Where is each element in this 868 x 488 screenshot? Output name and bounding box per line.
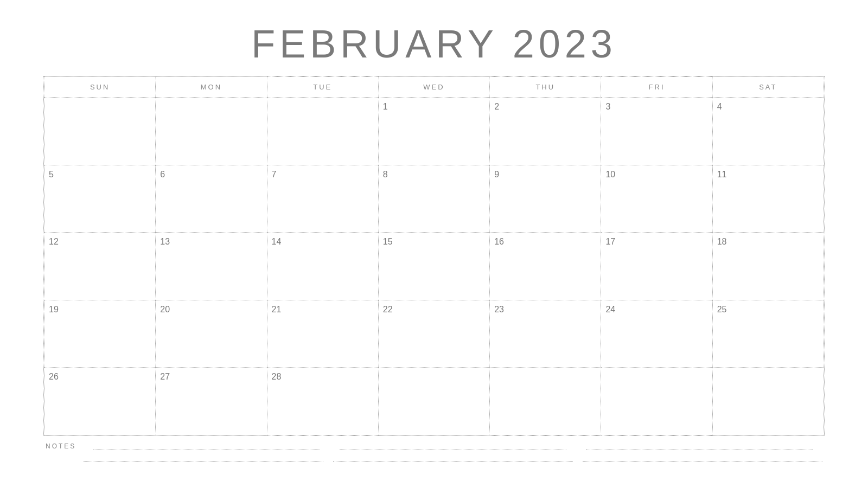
- day-cell-4-1: 19: [44, 300, 156, 368]
- day-number: 2: [494, 102, 499, 111]
- day-number: 24: [605, 305, 615, 314]
- day-number: 3: [605, 102, 610, 111]
- week-row-1: 1234: [44, 98, 824, 165]
- notes-row-1: NOTES: [46, 442, 822, 450]
- day-cell-3-1: 12: [44, 233, 156, 300]
- notes-line-4: [84, 454, 323, 462]
- day-number: 25: [717, 305, 727, 314]
- day-cell-4-7: 25: [712, 300, 824, 368]
- notes-line-6: [583, 454, 822, 462]
- notes-line-3: [586, 442, 813, 450]
- header-thu: THU: [490, 77, 601, 98]
- day-cell-1-7: 4: [712, 98, 824, 165]
- day-cell-1-6: 3: [601, 98, 712, 165]
- day-cell-1-1: [44, 98, 156, 165]
- day-cell-5-1: 26: [44, 368, 156, 435]
- day-cell-4-2: 20: [156, 300, 267, 368]
- day-number: 16: [494, 237, 504, 246]
- notes-line-5: [333, 454, 573, 462]
- day-number: 17: [605, 237, 615, 246]
- day-cell-4-6: 24: [601, 300, 712, 368]
- day-cell-3-7: 18: [712, 233, 824, 300]
- calendar-title: FEBRUARY 2023: [43, 22, 825, 66]
- header-tue: TUE: [267, 77, 378, 98]
- day-number: 11: [717, 170, 727, 179]
- header-sat: SAT: [712, 77, 824, 98]
- day-cell-2-2: 6: [156, 165, 267, 233]
- day-number: 22: [383, 305, 393, 314]
- day-number: 7: [272, 170, 277, 179]
- day-cell-3-3: 14: [267, 233, 378, 300]
- day-number: 14: [272, 237, 282, 246]
- day-cell-4-4: 22: [378, 300, 489, 368]
- day-number: 13: [160, 237, 170, 246]
- week-row-4: 19202122232425: [44, 300, 824, 368]
- header-sun: SUN: [44, 77, 156, 98]
- week-row-3: 12131415161718: [44, 233, 824, 300]
- day-cell-5-7: [712, 368, 824, 435]
- day-number: 18: [717, 237, 727, 246]
- calendar-page: FEBRUARY 2023 SUNMONTUEWEDTHUFRISAT 1234…: [22, 11, 846, 477]
- header-row: SUNMONTUEWEDTHUFRISAT: [44, 77, 824, 98]
- week-row-5: 262728: [44, 368, 824, 435]
- calendar-grid: SUNMONTUEWEDTHUFRISAT 123456789101112131…: [43, 76, 825, 436]
- day-cell-2-6: 10: [601, 165, 712, 233]
- day-number: 12: [49, 237, 59, 246]
- week-row-2: 567891011: [44, 165, 824, 233]
- day-cell-5-2: 27: [156, 368, 267, 435]
- day-cell-5-3: 28: [267, 368, 378, 435]
- day-cell-3-6: 17: [601, 233, 712, 300]
- day-cell-2-4: 8: [378, 165, 489, 233]
- day-number: 6: [160, 170, 165, 179]
- notes-line-1: [93, 442, 320, 450]
- notes-row-2: [46, 454, 822, 462]
- day-cell-5-4: [378, 368, 489, 435]
- day-cell-3-5: 16: [490, 233, 601, 300]
- day-cell-2-7: 11: [712, 165, 824, 233]
- day-cell-2-3: 7: [267, 165, 378, 233]
- day-cell-2-5: 9: [490, 165, 601, 233]
- day-cell-1-3: [267, 98, 378, 165]
- day-cell-1-2: [156, 98, 267, 165]
- day-cell-2-1: 5: [44, 165, 156, 233]
- day-number: 1: [383, 102, 388, 111]
- calendar-table: SUNMONTUEWEDTHUFRISAT 123456789101112131…: [44, 76, 824, 435]
- day-cell-5-5: [490, 368, 601, 435]
- day-number: 27: [160, 372, 170, 381]
- day-number: 4: [717, 102, 722, 111]
- day-number: 8: [383, 170, 388, 179]
- day-cell-4-3: 21: [267, 300, 378, 368]
- day-cell-3-4: 15: [378, 233, 489, 300]
- day-number: 21: [272, 305, 282, 314]
- notes-line-2: [340, 442, 566, 450]
- day-cell-1-4: 1: [378, 98, 489, 165]
- day-number: 26: [49, 372, 59, 381]
- day-cell-4-5: 23: [490, 300, 601, 368]
- day-number: 10: [605, 170, 615, 179]
- day-number: 19: [49, 305, 59, 314]
- notes-label: NOTES: [46, 442, 78, 450]
- day-number: 5: [49, 170, 54, 179]
- day-number: 23: [494, 305, 504, 314]
- day-cell-5-6: [601, 368, 712, 435]
- header-mon: MON: [156, 77, 267, 98]
- header-wed: WED: [378, 77, 489, 98]
- day-cell-3-2: 13: [156, 233, 267, 300]
- header-fri: FRI: [601, 77, 712, 98]
- day-number: 20: [160, 305, 170, 314]
- day-number: 15: [383, 237, 393, 246]
- notes-section: NOTES: [43, 442, 825, 466]
- day-cell-1-5: 2: [490, 98, 601, 165]
- day-number: 28: [272, 372, 282, 381]
- day-number: 9: [494, 170, 499, 179]
